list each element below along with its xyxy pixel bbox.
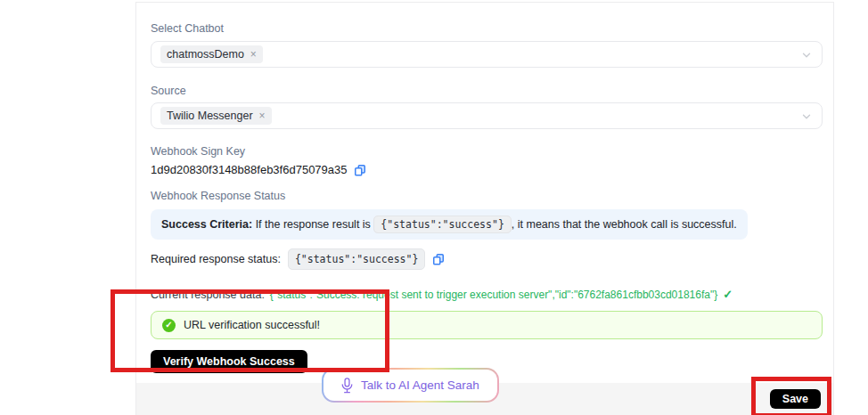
current-response-label: Current response data: — [151, 288, 265, 302]
success-check-circle-icon: ✓ — [162, 319, 176, 332]
form-content: Select Chatbot chatmossDemo × Source Twi… — [136, 3, 833, 383]
success-criteria-bold: Success Criteria: — [161, 218, 252, 231]
chatbot-tag-label: chatmossDemo — [167, 47, 244, 61]
source-label: Source — [151, 85, 823, 98]
verify-webhook-button[interactable]: Verify Webhook Success — [151, 350, 307, 373]
required-status-code: {"status":"success"} — [288, 248, 425, 270]
talk-to-ai-agent-label: Talk to AI Agent Sarah — [361, 378, 479, 392]
sign-key-label: Webhook Sign Key — [151, 145, 823, 159]
chatbot-multiselect[interactable]: chatmossDemo × — [151, 41, 823, 68]
required-status-label: Required response status: — [151, 251, 281, 267]
save-button[interactable]: Save — [770, 389, 821, 409]
success-criteria-pre: If the response result is — [256, 218, 371, 231]
sign-key-value: 1d9d20830f3148b88feb3f6d75079a35 — [151, 163, 348, 177]
select-chatbot-label: Select Chatbot — [151, 22, 823, 36]
copy-icon[interactable] — [432, 253, 445, 265]
webhook-settings-panel: Select Chatbot chatmossDemo × Source Twi… — [135, 2, 834, 415]
chevron-down-icon — [800, 49, 813, 61]
check-icon: ✓ — [723, 288, 733, 302]
source-tag-label: Twilio Messenger — [167, 109, 253, 123]
chatbot-tag: chatmossDemo × — [160, 45, 263, 63]
source-multiselect[interactable]: Twilio Messenger × — [151, 102, 823, 129]
success-criteria-post: , it means that the webhook call is succ… — [512, 218, 737, 231]
microphone-icon — [341, 378, 353, 394]
current-response-value: {"status":"Success: request sent to trig… — [270, 288, 717, 302]
response-status-label: Webhook Response Status — [151, 190, 823, 203]
chatbot-tag-remove-icon[interactable]: × — [250, 47, 257, 61]
copy-icon[interactable] — [354, 164, 366, 176]
chevron-down-icon — [800, 110, 813, 123]
url-verification-text: URL verification successful! — [184, 319, 320, 331]
url-verification-alert: ✓ URL verification successful! — [151, 311, 823, 339]
source-tag-remove-icon[interactable]: × — [259, 109, 266, 123]
talk-to-ai-agent-button[interactable]: Talk to AI Agent Sarah — [322, 368, 499, 403]
source-tag: Twilio Messenger × — [160, 107, 272, 125]
success-criteria-infobox: Success Criteria: If the response result… — [151, 209, 748, 240]
success-criteria-code: {"status":"success"} — [373, 216, 511, 233]
